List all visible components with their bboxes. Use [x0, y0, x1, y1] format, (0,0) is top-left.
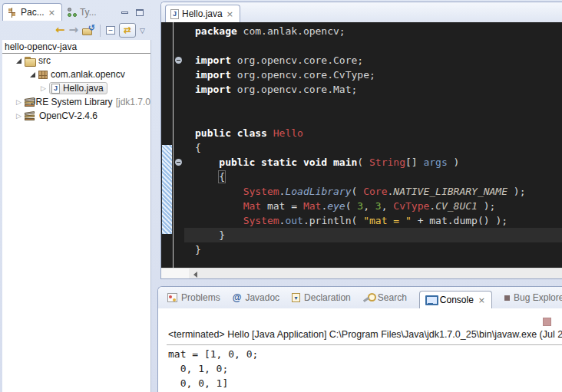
tab-label: Console	[440, 295, 474, 305]
up-icon[interactable]: ↺	[82, 25, 94, 36]
tree-item-project[interactable]: hello-opencv-java	[2, 40, 150, 54]
tree-item-hello-java[interactable]: ▷ J Hello.java	[2, 81, 150, 95]
tree-item-jre-library[interactable]: ▷ JRE System Library [jdk1.7.0	[2, 95, 150, 109]
code-line[interactable]: {	[184, 170, 562, 184]
search-icon	[363, 293, 374, 303]
expander-collapsed-icon[interactable]: ▷	[16, 99, 21, 106]
code-line[interactable]: import org.opencv.core.CvType;	[184, 68, 562, 82]
left-view-tabbar: Pac... × Ty...	[2, 2, 151, 21]
close-icon[interactable]: ×	[478, 296, 486, 305]
console-output[interactable]: mat = [1, 0, 0; 0, 1, 0; 0, 0, 1]	[168, 347, 562, 392]
editor-pane: J Hello.java × package com.anlak.opencv;…	[160, 2, 562, 279]
tab-declaration[interactable]: ▾ Declaration	[292, 292, 351, 303]
tree-item-package[interactable]: com.anlak.opencv	[2, 68, 150, 81]
bug-explorer-icon	[504, 295, 510, 301]
expander-expanded-icon[interactable]	[30, 72, 35, 77]
type-hierarchy-icon	[67, 8, 77, 18]
tab-label: Declaration	[304, 292, 351, 303]
code-line[interactable]: public static void main( String[] args )	[184, 155, 562, 170]
library-icon	[25, 111, 36, 121]
folding-ruler[interactable]	[174, 22, 184, 268]
fold-collapse-icon[interactable]	[175, 57, 182, 64]
tree-item-label: JRE System Library	[31, 97, 113, 107]
editor-tabbar: J Hello.java ×	[161, 2, 562, 22]
project-tree: hello-opencv-java src com.anlak.opencv ▷…	[2, 40, 151, 392]
fold-collapse-icon[interactable]	[175, 159, 182, 166]
expander-expanded-icon[interactable]	[16, 58, 21, 64]
code-line[interactable]: {	[184, 140, 562, 155]
tab-hello-java[interactable]: J Hello.java ×	[165, 5, 240, 22]
tab-search[interactable]: Search	[363, 292, 407, 303]
forward-icon[interactable]: →	[69, 25, 79, 36]
code-lines[interactable]: package com.anlak.opencv;import org.open…	[184, 22, 562, 268]
tree-item-src[interactable]: src	[2, 54, 150, 68]
console-output-line: 0, 1, 0;	[168, 361, 562, 376]
bottom-view-tabbar: Problems @ Javadoc ▾ Declaration Search …	[158, 287, 562, 308]
java-file-icon: J	[51, 84, 60, 94]
javadoc-icon: @	[233, 292, 242, 303]
expander-collapsed-icon[interactable]: ▷	[16, 113, 21, 120]
selected-item-highlight[interactable]: J Hello.java	[49, 82, 107, 94]
toolbar-separator	[100, 25, 101, 37]
tab-label: Pac...	[21, 7, 45, 18]
code-line[interactable]: import org.opencv.core.Mat;	[184, 82, 562, 97]
tree-item-decorator: [jdk1.7.0	[116, 97, 150, 107]
expander-collapsed-icon[interactable]: ▷	[41, 85, 46, 92]
code-line[interactable]: Mat mat = Mat.eye( 3, 3, CvType.CV_8UC1 …	[184, 199, 562, 213]
scrollbar-track[interactable]	[189, 268, 562, 279]
package-explorer-view: Pac... × Ty... ← → ↺ − ⇄ ▽ hello-opencv-…	[0, 0, 151, 392]
terminate-icon	[543, 318, 551, 326]
package-explorer-icon	[8, 8, 18, 18]
tab-label: Bug Explorer	[514, 292, 562, 303]
tab-label: Ty...	[80, 7, 97, 18]
tab-bug-explorer[interactable]: Bug Explorer	[504, 292, 562, 303]
range-indicator	[162, 145, 172, 234]
code-line[interactable]: }	[184, 242, 562, 257]
minimize-icon[interactable]	[121, 12, 128, 14]
code-line[interactable]: System.LoadLibrary( Core.NATIVE_LIBRARY_…	[184, 184, 562, 199]
editor-body: package com.anlak.opencv;import org.open…	[161, 22, 562, 268]
tab-package-explorer[interactable]: Pac... ×	[2, 3, 62, 21]
view-window-buttons	[121, 9, 151, 21]
java-file-icon: J	[170, 9, 179, 19]
maximize-icon[interactable]	[136, 9, 144, 16]
code-line[interactable]	[184, 38, 562, 53]
editor-horizontal-scrollbar[interactable]	[161, 268, 562, 279]
tab-problems[interactable]: Problems	[167, 292, 220, 303]
console-output-line: mat = [1, 0, 0;	[168, 347, 562, 361]
source-folder-icon	[25, 57, 35, 65]
library-icon	[25, 97, 28, 107]
close-icon[interactable]: ×	[48, 8, 56, 17]
console-icon	[425, 295, 436, 305]
code-line[interactable]: }	[184, 228, 562, 242]
tree-item-label: com.anlak.opencv	[51, 69, 125, 80]
tab-type-hierarchy[interactable]: Ty...	[62, 4, 102, 21]
tab-javadoc[interactable]: @ Javadoc	[233, 292, 279, 303]
tab-console[interactable]: Console ×	[419, 291, 492, 308]
package-icon	[38, 71, 48, 79]
close-icon[interactable]: ×	[226, 10, 234, 18]
code-line[interactable]: public class Hello	[184, 126, 562, 140]
console-process-header: <terminated> Hello [Java Application] C:…	[168, 328, 562, 342]
annotation-ruler[interactable]	[161, 22, 173, 268]
collapse-all-icon[interactable]: −	[106, 26, 115, 35]
link-with-editor-icon[interactable]: ⇄	[119, 23, 136, 38]
code-line[interactable]	[184, 111, 562, 126]
code-line[interactable]: System.out.println( "mat = " + mat.dump(…	[184, 213, 562, 228]
code-line[interactable]: package com.anlak.opencv;	[184, 24, 562, 38]
tab-label: Search	[378, 292, 407, 303]
tree-item-label: Hello.java	[63, 83, 104, 94]
code-line[interactable]: import org.opencv.core.Core;	[184, 53, 562, 68]
declaration-icon: ▾	[292, 293, 300, 302]
console-output-line: 0, 0, 1]	[168, 376, 562, 390]
back-icon[interactable]: ←	[55, 25, 65, 36]
console-view: Problems @ Javadoc ▾ Declaration Search …	[157, 286, 562, 392]
tree-item-opencv-library[interactable]: ▷ OpenCV-2.4.6	[2, 109, 150, 123]
code-line[interactable]	[184, 97, 562, 111]
tree-item-label: src	[38, 55, 51, 66]
editor-tab-label: Hello.java	[182, 8, 223, 19]
view-menu-icon[interactable]: ▽	[140, 27, 145, 35]
problems-icon	[167, 293, 177, 302]
console-header-separator	[167, 344, 562, 345]
scroll-left-arrow-icon[interactable]	[193, 272, 197, 278]
